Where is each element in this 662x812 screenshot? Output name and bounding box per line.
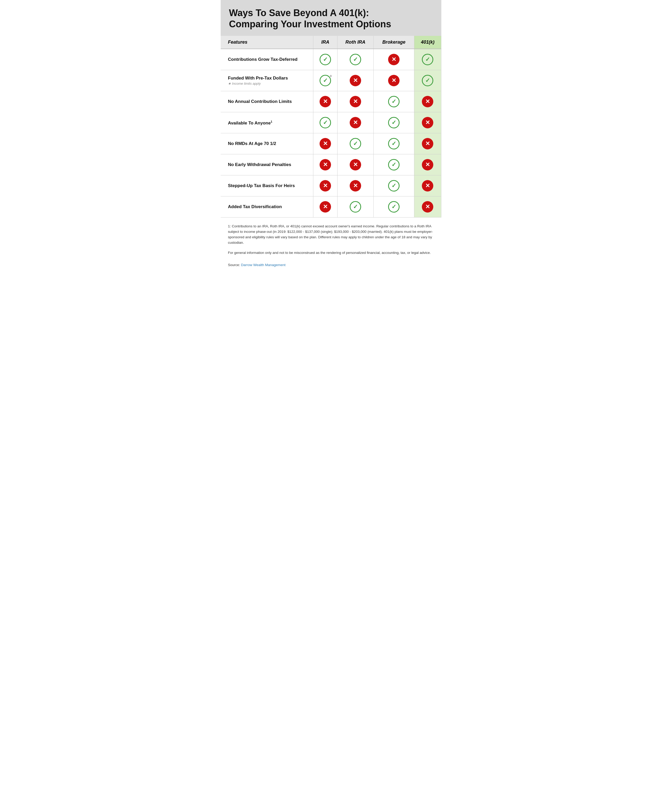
401k-cell: ✓ bbox=[414, 70, 441, 91]
brokerage-cell: ✓ bbox=[374, 197, 415, 218]
cross-icon: ✕ bbox=[388, 54, 400, 65]
check-icon: ✓ bbox=[320, 117, 331, 128]
ira-cell: ✕ bbox=[313, 176, 337, 197]
brokerage-cell: ✓ bbox=[374, 112, 415, 133]
401k-cell: ✕ bbox=[414, 133, 441, 154]
ira-cell: ✓ bbox=[313, 112, 337, 133]
feature-cell: Stepped-Up Tax Basis For Heirs bbox=[221, 176, 313, 197]
feature-cell: No Early Withdrawal Penalties bbox=[221, 154, 313, 176]
brokerage-cell: ✓ bbox=[374, 154, 415, 176]
cross-icon: ✕ bbox=[320, 201, 331, 213]
401k-cell: ✕ bbox=[414, 197, 441, 218]
feature-note: ★ Income limits apply bbox=[228, 82, 310, 85]
feature-cell: Added Tax Diversification bbox=[221, 197, 313, 218]
cross-icon: ✕ bbox=[422, 117, 433, 128]
cross-icon: ✕ bbox=[350, 75, 361, 86]
brokerage-cell: ✕ bbox=[374, 49, 415, 70]
comparison-table-container: Features IRA Roth IRA Brokerage 401(k) C… bbox=[221, 36, 441, 218]
source-link[interactable]: Darrow Wealth Management bbox=[241, 263, 286, 267]
brokerage-cell: ✕ bbox=[374, 70, 415, 91]
cross-icon: ✕ bbox=[350, 159, 361, 171]
table-row: Contributions Grow Tax-Deferred✓✓✕✓ bbox=[221, 49, 441, 70]
cross-icon: ✕ bbox=[320, 159, 331, 171]
roth-ira-cell: ✕ bbox=[337, 176, 374, 197]
ira-cell: ✕ bbox=[313, 133, 337, 154]
comparison-table: Features IRA Roth IRA Brokerage 401(k) C… bbox=[221, 36, 441, 218]
source-line: Source: Darrow Wealth Management bbox=[221, 263, 441, 273]
col-header-brokerage: Brokerage bbox=[374, 36, 415, 49]
table-header-row: Features IRA Roth IRA Brokerage 401(k) bbox=[221, 36, 441, 49]
check-icon: ✓ bbox=[388, 180, 400, 192]
feature-cell: No RMDs At Age 70 1/2 bbox=[221, 133, 313, 154]
table-row: No RMDs At Age 70 1/2✕✓✓✕ bbox=[221, 133, 441, 154]
roth-ira-cell: ✓ bbox=[337, 133, 374, 154]
table-row: No Annual Contribution Limits✕✕✓✕ bbox=[221, 91, 441, 112]
cross-icon: ✕ bbox=[422, 96, 433, 107]
ira-cell: ✕ bbox=[313, 154, 337, 176]
table-row: Stepped-Up Tax Basis For Heirs✕✕✓✕ bbox=[221, 176, 441, 197]
check-icon: ✓ bbox=[422, 54, 433, 65]
table-row: No Early Withdrawal Penalties✕✕✓✕ bbox=[221, 154, 441, 176]
roth-ira-cell: ✕ bbox=[337, 91, 374, 112]
roth-ira-cell: ✕ bbox=[337, 112, 374, 133]
star-icon: ★ bbox=[329, 74, 333, 78]
cross-icon: ✕ bbox=[422, 138, 433, 150]
401k-cell: ✕ bbox=[414, 91, 441, 112]
footnote-section: 1: Contributions to an IRA, Roth IRA, or… bbox=[221, 218, 441, 263]
cross-icon: ✕ bbox=[422, 159, 433, 171]
ira-cell: ✓ bbox=[313, 49, 337, 70]
col-header-roth-ira: Roth IRA bbox=[337, 36, 374, 49]
check-icon: ✓ bbox=[388, 138, 400, 150]
brokerage-cell: ✓ bbox=[374, 91, 415, 112]
ira-cell: ✕ bbox=[313, 91, 337, 112]
roth-ira-cell: ✓ bbox=[337, 49, 374, 70]
check-icon: ✓ bbox=[350, 201, 361, 213]
cross-icon: ✕ bbox=[320, 138, 331, 150]
cross-icon: ✕ bbox=[422, 201, 433, 213]
footnote-general: For general information only and not to … bbox=[228, 250, 434, 256]
cross-icon: ✕ bbox=[350, 180, 361, 192]
cross-icon: ✕ bbox=[350, 117, 361, 128]
feature-cell: Contributions Grow Tax-Deferred bbox=[221, 49, 313, 70]
col-header-401k: 401(k) bbox=[414, 36, 441, 49]
cross-icon: ✕ bbox=[422, 180, 433, 192]
footnote-1: 1: Contributions to an IRA, Roth IRA, or… bbox=[228, 224, 434, 246]
401k-cell: ✓ bbox=[414, 49, 441, 70]
check-icon: ✓ bbox=[388, 201, 400, 213]
cross-icon: ✕ bbox=[320, 180, 331, 192]
check-icon: ✓ bbox=[350, 138, 361, 150]
cross-icon: ✕ bbox=[350, 96, 361, 107]
brokerage-cell: ✓ bbox=[374, 133, 415, 154]
cross-icon: ✕ bbox=[320, 96, 331, 107]
roth-ira-cell: ✕ bbox=[337, 70, 374, 91]
cross-icon: ✕ bbox=[388, 75, 400, 86]
401k-cell: ✕ bbox=[414, 154, 441, 176]
401k-cell: ✕ bbox=[414, 176, 441, 197]
table-row: Available To Anyone1✓✕✓✕ bbox=[221, 112, 441, 133]
table-row: Funded With Pre-Tax Dollars★ Income limi… bbox=[221, 70, 441, 91]
table-row: Added Tax Diversification✕✓✓✕ bbox=[221, 197, 441, 218]
check-icon: ✓ bbox=[320, 54, 331, 65]
source-label: Source: bbox=[228, 263, 241, 267]
footnote-ref: 1 bbox=[271, 120, 272, 123]
ira-cell: ✕ bbox=[313, 197, 337, 218]
brokerage-cell: ✓ bbox=[374, 176, 415, 197]
401k-cell: ✕ bbox=[414, 112, 441, 133]
check-icon: ✓ bbox=[388, 159, 400, 171]
page-title: Ways To Save Beyond A 401(k): Comparing … bbox=[229, 7, 433, 30]
ira-cell: ✓★ bbox=[313, 70, 337, 91]
feature-cell: Funded With Pre-Tax Dollars★ Income limi… bbox=[221, 70, 313, 91]
feature-cell: No Annual Contribution Limits bbox=[221, 91, 313, 112]
roth-ira-cell: ✓ bbox=[337, 197, 374, 218]
col-header-ira: IRA bbox=[313, 36, 337, 49]
check-icon: ✓ bbox=[388, 117, 400, 128]
check-icon: ✓ bbox=[350, 54, 361, 65]
header-section: Ways To Save Beyond A 401(k): Comparing … bbox=[221, 0, 441, 36]
check-icon: ✓ bbox=[422, 75, 433, 86]
feature-cell: Available To Anyone1 bbox=[221, 112, 313, 133]
roth-ira-cell: ✕ bbox=[337, 154, 374, 176]
col-header-features: Features bbox=[221, 36, 313, 49]
check-icon: ✓ bbox=[388, 96, 400, 107]
